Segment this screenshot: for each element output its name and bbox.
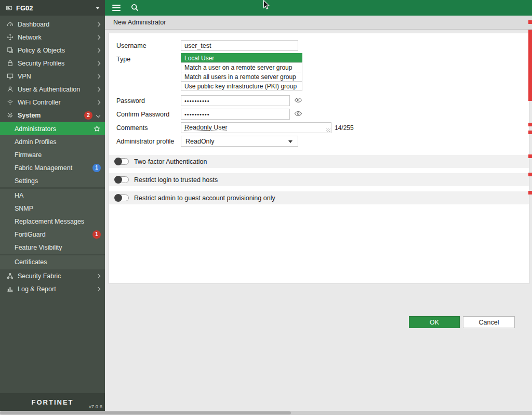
sidebar-item-label: Fabric Management <box>15 164 72 172</box>
username-label: Username <box>116 40 181 49</box>
admin-profile-value: ReadOnly <box>185 138 215 145</box>
two-factor-row: Two-factor Authentication <box>109 155 529 168</box>
sidebar-item-label: Security Fabric <box>18 273 61 280</box>
sidebar-item-label: FortiGuard <box>15 231 46 238</box>
sidebar-item-wifi-controller[interactable]: WiFi Controller <box>0 96 105 109</box>
user-icon <box>6 86 14 93</box>
sidebar-item-fortiguard[interactable]: FortiGuard 1 <box>0 228 105 241</box>
scrollbar-marker <box>528 30 532 101</box>
horizontal-scrollbar-thumb[interactable] <box>0 411 291 414</box>
wifi-icon <box>6 99 14 106</box>
sidebar-item-log-report[interactable]: Log & Report <box>0 282 105 295</box>
bar-chart-icon <box>6 286 14 293</box>
sidebar-item-security-profiles[interactable]: Security Profiles <box>0 57 105 70</box>
search-icon[interactable] <box>131 4 139 12</box>
type-label: Type <box>116 54 181 63</box>
sidebar-item-label: WiFi Controller <box>18 99 61 106</box>
admin-profile-select[interactable]: ReadOnly <box>181 136 298 147</box>
sidebar-item-label: User & Authentication <box>18 86 80 93</box>
chevron-right-icon <box>96 100 100 104</box>
cancel-button[interactable]: Cancel <box>463 316 515 328</box>
sidebar-item-label: Certificates <box>15 258 47 266</box>
menu-icon[interactable] <box>112 5 121 11</box>
trusted-hosts-toggle[interactable] <box>115 176 129 183</box>
sidebar-item-label: Administrators <box>15 125 56 133</box>
sidebar-item-label: Security Profiles <box>18 60 64 67</box>
system-alert-badge: 2 <box>84 111 92 120</box>
hostname-label: FG02 <box>16 4 33 12</box>
monitor-icon <box>6 73 14 80</box>
type-option-pki-group[interactable]: Use public key infrastructure (PKI) grou… <box>181 81 302 91</box>
chevron-right-icon <box>96 22 100 26</box>
main-content: New Administrator Username Type Local Us… <box>105 0 532 411</box>
type-option-match-all-users-remote-group[interactable]: Match all users in a remote server group <box>181 72 302 82</box>
type-option-match-user-remote-group[interactable]: Match a user on a remote server group <box>181 62 302 72</box>
sidebar-item-dashboard[interactable]: Dashboard <box>0 18 105 31</box>
sidebar-item-label: Network <box>18 34 42 41</box>
chevron-right-icon <box>96 287 100 291</box>
sidebar-item-user-authentication[interactable]: User & Authentication <box>0 83 105 96</box>
sidebar-item-vpn[interactable]: VPN <box>0 70 105 83</box>
sidebar-item-feature-visibility[interactable]: Feature Visibility <box>0 241 105 254</box>
show-confirm-password-eye-icon[interactable] <box>294 110 302 119</box>
sidebar-item-label: HA <box>15 192 23 199</box>
fabric-management-badge: 1 <box>92 164 101 172</box>
chevron-right-icon <box>96 35 100 39</box>
password-row: Password <box>116 95 529 106</box>
username-input[interactable] <box>181 40 298 51</box>
sidebar-footer: FORTINET v7.0.6 <box>0 393 105 411</box>
toggle-knob <box>114 176 122 184</box>
fortiguard-badge: 1 <box>92 230 101 239</box>
chevron-right-icon <box>96 61 100 65</box>
toggle-knob <box>114 194 122 202</box>
password-input[interactable] <box>181 95 290 106</box>
comments-row: Comments Readonly User 14/255 <box>116 122 529 133</box>
sidebar-item-label: Firmware <box>15 151 42 159</box>
topbar <box>105 0 532 16</box>
sidebar-item-firmware[interactable]: Firmware <box>0 148 105 161</box>
sidebar-item-fabric-management[interactable]: Fabric Management 1 <box>0 161 105 174</box>
fortigate-device-icon <box>5 4 12 11</box>
type-option-local-user[interactable]: Local User <box>181 53 302 63</box>
resize-grip-icon[interactable] <box>326 128 330 132</box>
ok-button[interactable]: OK <box>409 316 460 328</box>
page-title: New Administrator <box>113 19 166 26</box>
sidebar-item-replacement-messages[interactable]: Replacement Messages <box>0 215 105 228</box>
sidebar-item-system[interactable]: System 2 <box>0 109 105 122</box>
favorite-star-icon[interactable] <box>94 125 101 133</box>
sidebar-item-certificates[interactable]: Certificates <box>0 255 105 268</box>
device-selector[interactable]: FG02 <box>0 0 105 16</box>
sidebar-item-settings[interactable]: Settings <box>0 174 105 187</box>
chevron-down-icon <box>96 113 100 117</box>
sidebar-item-administrators[interactable]: Administrators <box>0 122 105 135</box>
toggle-knob <box>114 158 122 165</box>
comments-char-counter: 14/255 <box>335 122 354 132</box>
sidebar-item-ha[interactable]: HA <box>0 189 105 202</box>
comments-textarea[interactable]: Readonly User <box>181 122 331 133</box>
confirm-password-input[interactable] <box>181 109 290 120</box>
nodes-icon <box>6 273 14 280</box>
admin-profile-label: Administrator profile <box>116 136 181 145</box>
fortinet-logo: FORTINET <box>32 398 74 406</box>
breadcrumb: New Administrator <box>105 16 532 30</box>
sidebar: FG02 Dashboard Network Policy & Objects <box>0 0 105 411</box>
gear-icon <box>6 112 14 119</box>
sidebar-item-security-fabric[interactable]: Security Fabric <box>0 269 105 282</box>
scrollbar-marker <box>528 173 532 176</box>
scrollbar-marker <box>528 191 532 194</box>
sidebar-item-snmp[interactable]: SNMP <box>0 202 105 215</box>
sidebar-item-network[interactable]: Network <box>0 31 105 44</box>
username-row: Username <box>116 40 529 51</box>
type-option-list: Local User Match a user on a remote serv… <box>181 54 302 91</box>
sidebar-item-label: Feature Visibility <box>15 244 62 251</box>
sidebar-item-policy-objects[interactable]: Policy & Objects <box>0 44 105 57</box>
horizontal-scrollbar[interactable] <box>0 411 532 415</box>
sidebar-item-label: Replacement Messages <box>15 218 84 225</box>
sidebar-item-admin-profiles[interactable]: Admin Profiles <box>0 135 105 148</box>
show-password-eye-icon[interactable] <box>294 97 302 105</box>
arrows-icon <box>6 34 14 41</box>
guest-provisioning-toggle[interactable] <box>115 194 129 201</box>
password-label: Password <box>116 95 181 105</box>
two-factor-toggle[interactable] <box>115 158 129 165</box>
toggle-section: Two-factor Authentication Restrict login… <box>109 155 529 204</box>
